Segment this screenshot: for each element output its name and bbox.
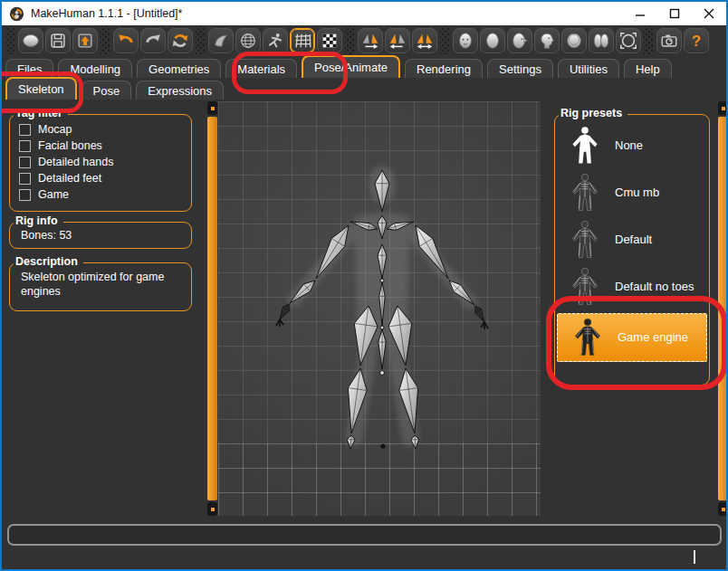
help-icon: ? bbox=[692, 33, 701, 49]
preset-default[interactable]: Default bbox=[555, 216, 709, 263]
pose-icon bbox=[265, 31, 285, 51]
close-icon bbox=[704, 8, 714, 19]
game-checkbox[interactable] bbox=[19, 189, 31, 201]
splitter-bar[interactable] bbox=[207, 117, 217, 500]
tab-files[interactable]: Files bbox=[5, 59, 53, 78]
title-bar: MakeHuman 1.1.1 - [Untitled]* bbox=[2, 2, 726, 25]
main-tab-bar: Files Modelling Geometries Materials Pos… bbox=[5, 58, 672, 78]
window-title: MakeHuman 1.1.1 - [Untitled]* bbox=[31, 7, 182, 20]
tab-settings[interactable]: Settings bbox=[487, 59, 553, 78]
toolbar-separator bbox=[101, 26, 110, 55]
mocap-checkbox[interactable] bbox=[19, 124, 31, 136]
tab-help[interactable]: Help bbox=[624, 59, 672, 78]
head-view-icon bbox=[483, 31, 503, 51]
undo-icon bbox=[116, 31, 136, 51]
screenshot-icon bbox=[659, 31, 679, 51]
toolbar-separator bbox=[196, 26, 206, 55]
redo-button[interactable] bbox=[140, 28, 166, 53]
pose-button[interactable] bbox=[263, 28, 288, 53]
symmetry-both-button[interactable] bbox=[412, 28, 437, 53]
three-quarter-view-icon bbox=[510, 31, 530, 51]
preset-default-no-toes[interactable]: Default no toes bbox=[555, 263, 709, 310]
tab-skeleton[interactable]: Skeleton bbox=[5, 77, 77, 100]
save-button[interactable] bbox=[45, 28, 71, 53]
skeleton-icon bbox=[292, 31, 312, 51]
symmetry-right-button[interactable] bbox=[358, 28, 383, 53]
new-mesh-icon bbox=[21, 31, 41, 51]
symmetry-left-button[interactable] bbox=[385, 28, 410, 53]
tag-filter-group: Tag filter Mocap Facial bones Detailed h… bbox=[9, 114, 192, 212]
preset-label: None bbox=[615, 138, 698, 153]
help-button[interactable]: ? bbox=[684, 28, 709, 53]
facial-bones-checkbox[interactable] bbox=[19, 140, 31, 152]
status-text-cursor bbox=[694, 550, 695, 564]
splitter-handle[interactable] bbox=[718, 502, 728, 516]
tab-materials[interactable]: Materials bbox=[225, 59, 297, 78]
skeleton-figure-icon bbox=[570, 172, 600, 214]
splitter-bar[interactable] bbox=[718, 117, 728, 500]
tab-geometries[interactable]: Geometries bbox=[137, 59, 221, 78]
rig-info-title: Rig info bbox=[14, 214, 63, 227]
wireframe-button[interactable] bbox=[235, 28, 261, 53]
profile-view-button[interactable] bbox=[534, 28, 560, 53]
tag-filter-title: Tag filter bbox=[14, 107, 68, 119]
mocap-label: Mocap bbox=[38, 123, 72, 136]
preset-label: Game engine bbox=[618, 330, 701, 345]
dual-view-button[interactable] bbox=[589, 28, 614, 53]
detailed-feet-label: Detailed feet bbox=[38, 172, 101, 185]
frame-view-button[interactable] bbox=[616, 28, 641, 53]
toolbar-separator bbox=[440, 26, 450, 55]
load-button[interactable] bbox=[72, 28, 98, 53]
three-quarter-view-button[interactable] bbox=[507, 28, 532, 53]
tab-pose[interactable]: Pose bbox=[81, 81, 132, 100]
checkbox-row-facial-bones[interactable]: Facial bones bbox=[10, 138, 191, 154]
wireframe-icon bbox=[238, 31, 258, 51]
skeleton-figure-icon bbox=[570, 266, 600, 308]
right-panel-splitter[interactable] bbox=[718, 101, 728, 516]
screenshot-button[interactable] bbox=[656, 28, 682, 53]
sphere-view-button[interactable] bbox=[561, 28, 587, 53]
checkbox-row-detailed-feet[interactable]: Detailed feet bbox=[10, 170, 191, 186]
checkbox-row-detailed-hands[interactable]: Detailed hands bbox=[10, 154, 191, 170]
reload-icon bbox=[170, 31, 190, 51]
texture-button[interactable] bbox=[317, 28, 342, 53]
toolbar: ? bbox=[2, 25, 726, 56]
makehuman-logo-icon bbox=[9, 6, 24, 22]
sub-tab-bar: Skeleton Pose Expressions bbox=[5, 80, 224, 100]
tab-expressions[interactable]: Expressions bbox=[136, 81, 224, 100]
smooth-button[interactable] bbox=[208, 28, 234, 53]
checkbox-row-mocap[interactable]: Mocap bbox=[10, 121, 191, 138]
close-button[interactable] bbox=[692, 2, 726, 25]
preset-game-engine[interactable]: Game engine bbox=[557, 313, 707, 362]
symmetry-both-icon bbox=[415, 31, 435, 51]
tab-modelling[interactable]: Modelling bbox=[58, 59, 132, 78]
3d-viewport[interactable] bbox=[218, 101, 541, 516]
maximize-button[interactable] bbox=[657, 2, 692, 25]
reload-button[interactable] bbox=[168, 28, 193, 53]
minimize-button[interactable] bbox=[623, 2, 657, 25]
tab-pose-animate[interactable]: Pose/Animate bbox=[302, 55, 400, 78]
left-panel-splitter[interactable] bbox=[207, 101, 217, 516]
tab-utilities[interactable]: Utilities bbox=[558, 59, 619, 78]
splitter-handle[interactable] bbox=[718, 101, 728, 115]
description-text: Skeleton optimized for game engines bbox=[10, 263, 180, 299]
new-mesh-button[interactable] bbox=[18, 28, 43, 53]
texture-icon bbox=[320, 31, 340, 51]
checkbox-row-game[interactable]: Game bbox=[10, 186, 191, 203]
detailed-hands-label: Detailed hands bbox=[38, 156, 113, 168]
preset-none[interactable]: None bbox=[555, 122, 709, 169]
toolbar-separator bbox=[644, 26, 654, 55]
makehuman-window: MakeHuman 1.1.1 - [Untitled]* bbox=[0, 0, 728, 571]
splitter-handle[interactable] bbox=[207, 101, 217, 115]
head-view-button[interactable] bbox=[480, 28, 505, 53]
load-icon bbox=[75, 31, 95, 51]
tab-rendering[interactable]: Rendering bbox=[405, 59, 483, 78]
detailed-hands-checkbox[interactable] bbox=[19, 157, 31, 168]
face-view-button[interactable] bbox=[453, 28, 478, 53]
dual-view-icon bbox=[591, 31, 611, 51]
skeleton-button[interactable] bbox=[290, 28, 315, 53]
preset-cmu-mb[interactable]: Cmu mb bbox=[555, 169, 709, 216]
splitter-handle[interactable] bbox=[207, 502, 217, 516]
detailed-feet-checkbox[interactable] bbox=[19, 173, 31, 185]
undo-button[interactable] bbox=[113, 28, 139, 53]
